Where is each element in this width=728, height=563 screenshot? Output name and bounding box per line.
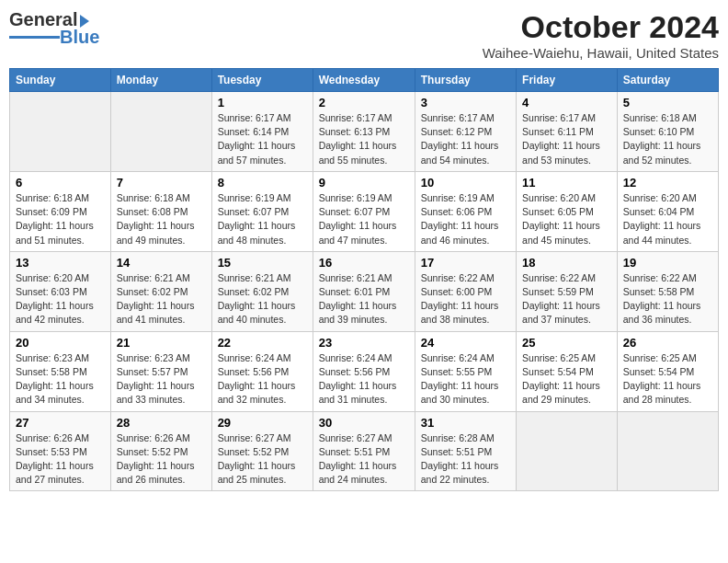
day-number: 25 [522, 336, 611, 350]
day-number: 26 [623, 336, 712, 350]
day-info: Sunrise: 6:18 AM Sunset: 6:09 PM Dayligh… [16, 191, 105, 247]
day-number: 14 [117, 256, 206, 270]
day-number: 12 [623, 176, 712, 190]
day-cell: 4Sunrise: 6:17 AM Sunset: 6:11 PM Daylig… [517, 92, 618, 172]
day-cell: 11Sunrise: 6:20 AM Sunset: 6:05 PM Dayli… [517, 171, 618, 251]
day-info: Sunrise: 6:17 AM Sunset: 6:11 PM Dayligh… [522, 111, 611, 167]
header-row: SundayMondayTuesdayWednesdayThursdayFrid… [10, 69, 719, 92]
day-cell: 21Sunrise: 6:23 AM Sunset: 5:57 PM Dayli… [110, 331, 211, 411]
day-info: Sunrise: 6:20 AM Sunset: 6:03 PM Dayligh… [16, 271, 105, 327]
week-row-3: 13Sunrise: 6:20 AM Sunset: 6:03 PM Dayli… [10, 251, 719, 331]
day-info: Sunrise: 6:25 AM Sunset: 5:54 PM Dayligh… [522, 351, 611, 408]
day-cell: 15Sunrise: 6:21 AM Sunset: 6:02 PM Dayli… [211, 251, 313, 331]
logo: General Blue [9, 9, 99, 48]
day-number: 20 [16, 336, 105, 350]
day-cell: 30Sunrise: 6:27 AM Sunset: 5:51 PM Dayli… [313, 411, 415, 491]
week-row-4: 20Sunrise: 6:23 AM Sunset: 5:58 PM Dayli… [10, 331, 719, 411]
column-header-saturday: Saturday [617, 69, 718, 92]
day-cell: 22Sunrise: 6:24 AM Sunset: 5:56 PM Dayli… [211, 331, 313, 411]
day-info: Sunrise: 6:26 AM Sunset: 5:52 PM Dayligh… [117, 431, 206, 488]
day-number: 30 [319, 416, 409, 430]
day-info: Sunrise: 6:22 AM Sunset: 5:59 PM Dayligh… [522, 271, 611, 327]
calendar-table: SundayMondayTuesdayWednesdayThursdayFrid… [9, 68, 719, 491]
day-number: 15 [218, 256, 307, 270]
day-info: Sunrise: 6:17 AM Sunset: 6:12 PM Dayligh… [421, 111, 510, 167]
day-cell: 31Sunrise: 6:28 AM Sunset: 5:51 PM Dayli… [415, 411, 516, 491]
day-info: Sunrise: 6:19 AM Sunset: 6:06 PM Dayligh… [421, 191, 510, 247]
day-info: Sunrise: 6:24 AM Sunset: 5:55 PM Dayligh… [421, 351, 510, 408]
day-number: 9 [319, 176, 409, 190]
day-info: Sunrise: 6:21 AM Sunset: 6:02 PM Dayligh… [218, 271, 307, 327]
day-cell: 23Sunrise: 6:24 AM Sunset: 5:56 PM Dayli… [313, 331, 415, 411]
day-cell: 28Sunrise: 6:26 AM Sunset: 5:52 PM Dayli… [110, 411, 211, 491]
day-info: Sunrise: 6:20 AM Sunset: 6:05 PM Dayligh… [522, 191, 611, 247]
day-cell: 17Sunrise: 6:22 AM Sunset: 6:00 PM Dayli… [415, 251, 516, 331]
page-subtitle: Waihee-Waiehu, Hawaii, United States [483, 45, 719, 61]
page-title: October 2024 [483, 9, 719, 45]
day-info: Sunrise: 6:17 AM Sunset: 6:14 PM Dayligh… [218, 111, 307, 167]
column-header-friday: Friday [517, 69, 618, 92]
day-cell: 14Sunrise: 6:21 AM Sunset: 6:02 PM Dayli… [110, 251, 211, 331]
day-info: Sunrise: 6:23 AM Sunset: 5:57 PM Dayligh… [117, 351, 206, 408]
day-number: 10 [421, 176, 510, 190]
logo-underline [9, 36, 60, 39]
day-info: Sunrise: 6:18 AM Sunset: 6:10 PM Dayligh… [623, 111, 712, 167]
day-number: 3 [421, 96, 510, 109]
day-cell: 25Sunrise: 6:25 AM Sunset: 5:54 PM Dayli… [517, 331, 618, 411]
column-header-wednesday: Wednesday [313, 69, 415, 92]
day-number: 28 [117, 416, 206, 430]
day-cell: 19Sunrise: 6:22 AM Sunset: 5:58 PM Dayli… [617, 251, 718, 331]
day-cell [617, 411, 718, 491]
week-row-5: 27Sunrise: 6:26 AM Sunset: 5:53 PM Dayli… [10, 411, 719, 491]
day-info: Sunrise: 6:23 AM Sunset: 5:58 PM Dayligh… [16, 351, 105, 408]
day-cell: 13Sunrise: 6:20 AM Sunset: 6:03 PM Dayli… [10, 251, 111, 331]
day-number: 21 [117, 336, 206, 350]
day-info: Sunrise: 6:22 AM Sunset: 6:00 PM Dayligh… [421, 271, 510, 327]
day-number: 29 [218, 416, 307, 430]
day-info: Sunrise: 6:19 AM Sunset: 6:07 PM Dayligh… [319, 191, 409, 247]
calendar-body: 1Sunrise: 6:17 AM Sunset: 6:14 PM Daylig… [10, 92, 719, 491]
day-cell: 24Sunrise: 6:24 AM Sunset: 5:55 PM Dayli… [415, 331, 516, 411]
day-number: 2 [319, 96, 409, 109]
day-cell [10, 92, 111, 172]
week-row-1: 1Sunrise: 6:17 AM Sunset: 6:14 PM Daylig… [10, 92, 719, 172]
day-cell: 12Sunrise: 6:20 AM Sunset: 6:04 PM Dayli… [617, 171, 718, 251]
day-info: Sunrise: 6:17 AM Sunset: 6:13 PM Dayligh… [319, 111, 409, 167]
calendar-header: SundayMondayTuesdayWednesdayThursdayFrid… [10, 69, 719, 92]
day-cell: 5Sunrise: 6:18 AM Sunset: 6:10 PM Daylig… [617, 92, 718, 172]
day-number: 1 [218, 96, 307, 109]
day-cell [110, 92, 211, 172]
day-number: 16 [319, 256, 409, 270]
day-cell: 9Sunrise: 6:19 AM Sunset: 6:07 PM Daylig… [313, 171, 415, 251]
day-info: Sunrise: 6:21 AM Sunset: 6:02 PM Dayligh… [117, 271, 206, 327]
day-cell: 10Sunrise: 6:19 AM Sunset: 6:06 PM Dayli… [415, 171, 516, 251]
day-info: Sunrise: 6:25 AM Sunset: 5:54 PM Dayligh… [623, 351, 712, 408]
title-block: October 2024 Waihee-Waiehu, Hawaii, Unit… [483, 9, 719, 61]
day-cell: 8Sunrise: 6:19 AM Sunset: 6:07 PM Daylig… [211, 171, 313, 251]
day-number: 13 [16, 256, 105, 270]
day-cell: 20Sunrise: 6:23 AM Sunset: 5:58 PM Dayli… [10, 331, 111, 411]
day-info: Sunrise: 6:27 AM Sunset: 5:51 PM Dayligh… [319, 431, 409, 488]
column-header-thursday: Thursday [415, 69, 516, 92]
day-info: Sunrise: 6:21 AM Sunset: 6:01 PM Dayligh… [319, 271, 409, 327]
day-cell: 2Sunrise: 6:17 AM Sunset: 6:13 PM Daylig… [313, 92, 415, 172]
day-number: 31 [421, 416, 510, 430]
day-info: Sunrise: 6:27 AM Sunset: 5:52 PM Dayligh… [218, 431, 307, 488]
day-number: 17 [421, 256, 510, 270]
column-header-monday: Monday [110, 69, 211, 92]
logo-blue: Blue [60, 27, 99, 48]
day-info: Sunrise: 6:24 AM Sunset: 5:56 PM Dayligh… [218, 351, 307, 408]
day-cell: 3Sunrise: 6:17 AM Sunset: 6:12 PM Daylig… [415, 92, 516, 172]
day-cell: 18Sunrise: 6:22 AM Sunset: 5:59 PM Dayli… [517, 251, 618, 331]
day-number: 22 [218, 336, 307, 350]
day-info: Sunrise: 6:22 AM Sunset: 5:58 PM Dayligh… [623, 271, 712, 327]
page-header: General Blue October 2024 Waihee-Waiehu,… [9, 9, 719, 61]
day-number: 7 [117, 176, 206, 190]
day-cell: 6Sunrise: 6:18 AM Sunset: 6:09 PM Daylig… [10, 171, 111, 251]
day-cell: 27Sunrise: 6:26 AM Sunset: 5:53 PM Dayli… [10, 411, 111, 491]
logo-arrow-icon [80, 15, 89, 28]
day-info: Sunrise: 6:19 AM Sunset: 6:07 PM Dayligh… [218, 191, 307, 247]
day-info: Sunrise: 6:18 AM Sunset: 6:08 PM Dayligh… [117, 191, 206, 247]
day-cell: 26Sunrise: 6:25 AM Sunset: 5:54 PM Dayli… [617, 331, 718, 411]
day-number: 19 [623, 256, 712, 270]
